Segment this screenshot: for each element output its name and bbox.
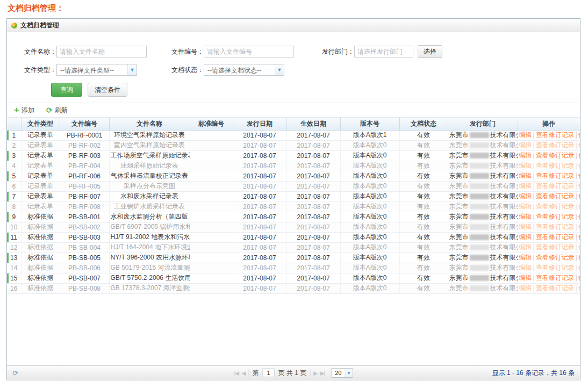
- action-view-revisions[interactable]: 查看修订记录: [536, 182, 575, 190]
- table-row[interactable]: 1记录表单PB-RF-0001环境空气采样原始记录表2017-08-072017…: [7, 130, 580, 140]
- cell-num: 16: [7, 283, 21, 293]
- action-invalidate[interactable]: 作废: [578, 213, 580, 220]
- action-edit[interactable]: 编辑: [519, 274, 532, 282]
- action-view-revisions[interactable]: 查看修订记录: [536, 284, 575, 292]
- cell-issue-dept: 东莞市技术有限公司: [448, 171, 518, 181]
- dept-select-button[interactable]: 选择: [418, 45, 442, 58]
- action-invalidate[interactable]: 作废: [578, 182, 580, 190]
- action-view-revisions[interactable]: 查看修订记录: [536, 223, 575, 230]
- table-row[interactable]: 15标准依据PB-SB-007GB/T 5750.2-2006 生活饮用水标准检…: [7, 273, 580, 283]
- col-file-code[interactable]: 文件编号: [60, 118, 109, 130]
- table-row[interactable]: 6记录表单PB-RF-005采样点分布示意图2017-08-072017-08-…: [7, 181, 580, 191]
- action-view-revisions[interactable]: 查看修订记录: [536, 141, 575, 149]
- action-view-revisions[interactable]: 查看修订记录: [536, 274, 575, 282]
- action-invalidate[interactable]: 作废: [578, 284, 580, 292]
- first-page-icon[interactable]: |◀: [234, 370, 239, 376]
- action-edit[interactable]: 编辑: [519, 162, 532, 169]
- action-view-revisions[interactable]: 查看修订记录: [536, 264, 575, 271]
- prev-page-icon[interactable]: ◀: [242, 370, 246, 376]
- cell-name: HJ/T 91-2002 地表水和污水监测技术规范: [109, 232, 190, 242]
- table-row[interactable]: 8记录表单PB-RF-008工业锅炉水质采样记录表2017-08-072017-…: [7, 201, 580, 212]
- action-edit[interactable]: 编辑: [519, 213, 532, 220]
- action-edit[interactable]: 编辑: [519, 264, 532, 271]
- action-view-revisions[interactable]: 查看修订记录: [536, 203, 575, 210]
- file-type-select[interactable]: --请选择文件类型-- ▼: [56, 64, 137, 76]
- action-view-revisions[interactable]: 查看修订记录: [536, 172, 575, 179]
- cell-d1: 2017-08-07: [233, 161, 286, 171]
- footer-refresh-icon[interactable]: ⟳: [12, 369, 18, 377]
- refresh-button[interactable]: ⟳ 刷新: [46, 106, 68, 115]
- col-version[interactable]: 版本号: [340, 118, 399, 130]
- table-row[interactable]: 9标准依据PB-SB-001水和废水监测分析（第四版 增补版）2017-08-0…: [7, 212, 580, 222]
- page-number-input[interactable]: [262, 369, 275, 377]
- col-effective-date[interactable]: 生效日期: [286, 118, 340, 130]
- table-row[interactable]: 13标准依据PB-SB-005NY/T 396-2000 农用水源环境质量监测标…: [7, 253, 580, 263]
- action-edit[interactable]: 编辑: [519, 284, 532, 292]
- cell-ver: 版本A版次0: [340, 201, 399, 212]
- action-view-revisions[interactable]: 查看修订记录: [536, 131, 575, 139]
- action-edit[interactable]: 编辑: [519, 141, 532, 149]
- action-view-revisions[interactable]: 查看修订记录: [536, 192, 575, 200]
- col-standard-code[interactable]: 标准编号: [190, 118, 233, 130]
- action-invalidate[interactable]: 作废: [578, 162, 580, 169]
- action-view-revisions[interactable]: 查看修订记录: [536, 213, 575, 220]
- action-edit[interactable]: 编辑: [519, 254, 532, 261]
- action-edit[interactable]: 编辑: [519, 243, 532, 251]
- table-row[interactable]: 12标准依据PB-SB-004HJ/T 164-2004 地下水环境监测技术规范…: [7, 242, 580, 253]
- table-row[interactable]: 11标准依据PB-SB-003HJ/T 91-2002 地表水和污水监测技术规范…: [7, 232, 580, 242]
- table-row[interactable]: 14标准依据PB-SB-006GB 50179-2015 河流流量测验规范201…: [7, 263, 580, 273]
- action-view-revisions[interactable]: 查看修订记录: [536, 243, 575, 251]
- col-file-name[interactable]: 文件名称: [109, 118, 190, 130]
- query-button[interactable]: 查询: [51, 83, 82, 97]
- action-invalidate[interactable]: 作废: [578, 274, 580, 282]
- action-invalidate[interactable]: 作废: [578, 203, 580, 210]
- page-size-select[interactable]: 20 ▼: [331, 368, 353, 378]
- cell-name: 工作场所空气采样原始记录表: [109, 150, 190, 161]
- cell-st: 有效: [399, 212, 448, 222]
- action-invalidate[interactable]: 作废: [578, 141, 580, 149]
- action-edit[interactable]: 编辑: [519, 192, 532, 200]
- action-invalidate[interactable]: 作废: [578, 131, 580, 139]
- action-edit[interactable]: 编辑: [519, 223, 532, 230]
- action-invalidate[interactable]: 作废: [578, 243, 580, 251]
- action-edit[interactable]: 编辑: [519, 131, 532, 139]
- table-row[interactable]: 7记录表单PB-RF-007水和废水采样记录表2017-08-072017-08…: [7, 191, 580, 201]
- action-invalidate[interactable]: 作废: [578, 233, 580, 241]
- col-issue-dept[interactable]: 发行部门: [448, 118, 518, 130]
- action-edit[interactable]: 编辑: [519, 172, 532, 179]
- issue-dept-input[interactable]: [354, 46, 413, 57]
- col-issue-date[interactable]: 发行日期: [233, 118, 286, 130]
- action-invalidate[interactable]: 作废: [578, 223, 580, 230]
- action-invalidate[interactable]: 作废: [578, 254, 580, 261]
- table-row[interactable]: 10标准依据PB-SB-002GB/T 6907-2005 锅炉用水和冷却水分析…: [7, 222, 580, 232]
- action-invalidate[interactable]: 作废: [578, 192, 580, 200]
- action-view-revisions[interactable]: 查看修订记录: [536, 254, 575, 261]
- col-doc-status[interactable]: 文档状态: [399, 118, 448, 130]
- cell-name: 工业锅炉水质采样记录表: [109, 201, 190, 212]
- doc-status-select[interactable]: --请选择文档状态-- ▼: [204, 64, 284, 76]
- action-edit[interactable]: 编辑: [519, 203, 532, 210]
- action-invalidate[interactable]: 作废: [578, 152, 580, 159]
- action-invalidate[interactable]: 作废: [578, 172, 580, 179]
- cell-num: 6: [7, 181, 21, 191]
- table-row[interactable]: 3记录表单PB-RF-003工作场所空气采样原始记录表2017-08-07201…: [7, 150, 580, 161]
- action-view-revisions[interactable]: 查看修订记录: [536, 162, 575, 169]
- action-view-revisions[interactable]: 查看修订记录: [536, 152, 575, 159]
- table-row[interactable]: 16标准依据PB-SB-008GB 17378.3-2007 海洋监测规范 第3…: [7, 283, 580, 293]
- clear-conditions-button[interactable]: 清空条件: [88, 83, 127, 97]
- action-view-revisions[interactable]: 查看修订记录: [536, 233, 575, 241]
- action-edit[interactable]: 编辑: [519, 233, 532, 241]
- file-code-input[interactable]: [204, 46, 294, 57]
- action-invalidate[interactable]: 作废: [578, 264, 580, 271]
- action-edit[interactable]: 编辑: [519, 152, 532, 159]
- table-row[interactable]: 4记录表单PB-RF-004油烟采样原始记录表2017-08-072017-08…: [7, 161, 580, 171]
- table-row[interactable]: 5记录表单PB-RF-006气体采样器流量校正记录表2017-08-072017…: [7, 171, 580, 181]
- col-file-type[interactable]: 文件类型: [21, 118, 60, 130]
- add-button[interactable]: + 添加: [14, 106, 34, 115]
- file-name-input[interactable]: [56, 46, 147, 57]
- table-row[interactable]: 2记录表单PB-RF-002室内空气采样原始记录表2017-08-072017-…: [7, 140, 580, 150]
- col-actions[interactable]: 操作: [518, 118, 580, 130]
- last-page-icon[interactable]: ▶|: [320, 370, 325, 376]
- action-edit[interactable]: 编辑: [519, 182, 532, 190]
- next-page-icon[interactable]: ▶: [313, 370, 317, 376]
